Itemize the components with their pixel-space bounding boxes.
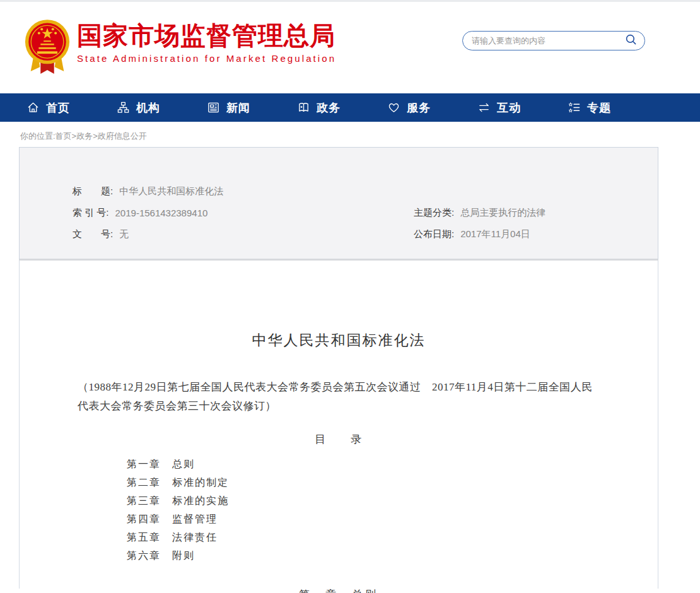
nav-item-gov-affairs[interactable]: 政务 — [297, 100, 387, 115]
meta-value-index-number: 2019-1561432389410 — [115, 208, 208, 218]
home-icon — [26, 101, 40, 114]
nav-item-interaction[interactable]: 互动 — [477, 100, 568, 115]
meta-value-publish-date: 2017年11月04日 — [460, 228, 530, 240]
enactment-note: （1988年12月29日第七届全国人民代表大会常务委员会第五次会议通过 2017… — [78, 378, 600, 416]
meta-label-doc-number: 文 号: — [73, 228, 113, 240]
toc-title: 目 录 — [20, 432, 658, 447]
nav-label-services: 服务 — [407, 100, 431, 115]
document-meta-panel: 标 题: 中华人民共和国标准化法 索 引 号: 2019-15614323894… — [19, 147, 658, 261]
toc-item: 第二章 标准的制定 — [127, 473, 658, 491]
site-header: 国家市场监督管理总局 State Administration for Mark… — [0, 2, 700, 93]
nav-item-services[interactable]: 服务 — [387, 100, 477, 115]
site-subtitle: State Administration for Market Regulati… — [77, 53, 336, 64]
organization-icon — [117, 101, 130, 114]
nav-label-home: 首页 — [46, 100, 70, 115]
nav-label-organization: 机构 — [136, 100, 160, 115]
nav-item-news[interactable]: 新闻 — [207, 100, 297, 115]
nav-item-topics[interactable]: 专题 — [568, 100, 658, 115]
meta-value-title: 中华人民共和国标准化法 — [119, 185, 223, 197]
meta-row-title: 标 题: 中华人民共和国标准化法 — [73, 180, 658, 202]
chapter-one-heading: 第一章 总则 — [20, 587, 658, 593]
nav-label-interaction: 互动 — [497, 100, 521, 115]
services-icon — [387, 101, 400, 114]
national-emblem-logo — [23, 18, 72, 76]
meta-row-doc-number: 文 号: 无 公布日期: 2017年11月04日 — [73, 223, 658, 245]
search-input[interactable] — [472, 36, 624, 45]
meta-label-index-number: 索 引 号: — [73, 207, 109, 219]
toc-item: 第五章 法律责任 — [127, 528, 658, 546]
meta-label-category: 主题分类: — [414, 207, 454, 219]
document-body: 中华人民共和国标准化法 （1988年12月29日第七届全国人民代表大会常务委员会… — [19, 261, 658, 589]
breadcrumb[interactable]: 你的位置:首页>政务>政府信息公开 — [0, 122, 700, 147]
toc-item: 第三章 标准的实施 — [127, 491, 658, 510]
meta-row-index: 索 引 号: 2019-1561432389410 主题分类: 总局主要执行的法… — [73, 202, 658, 223]
main-nav: 首页 机构 新闻 — [0, 93, 700, 122]
meta-value-doc-number: 无 — [119, 228, 129, 240]
toc-item: 第四章 监督管理 — [127, 510, 658, 528]
toc-item: 第一章 总则 — [127, 455, 658, 473]
topics-icon — [568, 101, 581, 114]
nav-label-topics: 专题 — [587, 100, 611, 115]
gov-affairs-icon — [297, 101, 310, 114]
news-icon — [207, 101, 220, 114]
search-box[interactable] — [462, 31, 645, 50]
nav-item-organization[interactable]: 机构 — [117, 100, 207, 115]
meta-label-title: 标 题: — [73, 185, 113, 197]
meta-label-publish-date: 公布日期: — [414, 228, 454, 240]
document-title: 中华人民共和国标准化法 — [20, 261, 658, 350]
nav-label-gov-affairs: 政务 — [317, 100, 341, 115]
site-title: 国家市场监督管理总局 — [77, 21, 336, 50]
nav-label-news: 新闻 — [226, 100, 250, 115]
table-of-contents: 第一章 总则 第二章 标准的制定 第三章 标准的实施 第四章 监督管理 第五章 … — [127, 455, 658, 565]
interaction-icon — [477, 101, 491, 114]
brand: 国家市场监督管理总局 State Administration for Mark… — [77, 21, 336, 64]
nav-item-home[interactable]: 首页 — [26, 100, 117, 115]
meta-value-category: 总局主要执行的法律 — [460, 207, 545, 219]
toc-item: 第六章 附则 — [127, 546, 658, 565]
search-button[interactable] — [624, 33, 638, 49]
search-icon — [624, 33, 638, 49]
